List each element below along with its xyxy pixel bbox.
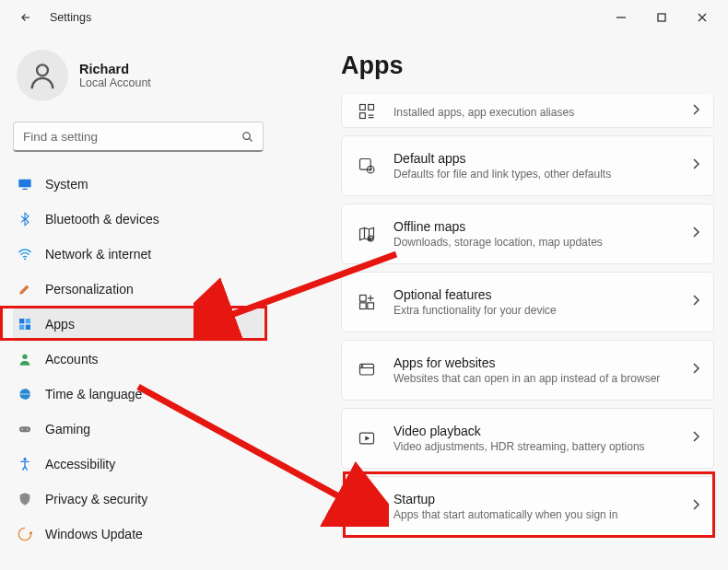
sidebar-item-label: System [45, 177, 88, 192]
card-sub: Defaults for file and link types, other … [393, 168, 691, 180]
back-button[interactable] [13, 5, 39, 30]
svg-rect-37 [360, 500, 372, 510]
svg-rect-11 [26, 319, 30, 323]
svg-point-14 [22, 355, 27, 359]
svg-rect-29 [368, 303, 374, 309]
svg-rect-10 [19, 319, 24, 323]
svg-point-9 [24, 258, 26, 260]
card-offline-maps[interactable]: Offline maps Downloads, storage location… [341, 204, 714, 264]
card-sub: Downloads, storage location, map updates [393, 236, 691, 249]
card-title: Video playback [393, 424, 691, 438]
display-icon [17, 176, 33, 192]
minimize-button[interactable] [601, 4, 641, 31]
svg-rect-25 [360, 159, 371, 170]
card-video-playback[interactable]: Video playback Video adjustments, HDR st… [341, 408, 714, 469]
sidebar-item-accounts[interactable]: Accounts [13, 342, 264, 377]
chevron-right-icon [691, 498, 700, 515]
sidebar-item-network[interactable]: Network & internet [13, 237, 264, 272]
map-icon [355, 225, 379, 243]
person-icon [17, 351, 33, 367]
svg-rect-21 [369, 104, 374, 110]
svg-point-17 [22, 429, 23, 430]
svg-rect-20 [360, 104, 366, 110]
sidebar-item-privacy[interactable]: Privacy & security [13, 482, 264, 517]
svg-rect-12 [19, 325, 24, 330]
card-title: Startup [393, 492, 691, 506]
sidebar-item-update[interactable]: Windows Update [13, 517, 264, 552]
card-title: Apps for websites [393, 355, 691, 370]
bluetooth-icon [17, 211, 33, 227]
avatar [17, 50, 68, 101]
sidebar-item-label: Accounts [45, 352, 99, 366]
svg-point-4 [37, 64, 48, 76]
sidebar-item-time[interactable]: Time & language [13, 377, 264, 412]
wifi-icon [17, 246, 33, 262]
sidebar-item-bluetooth[interactable]: Bluetooth & devices [13, 202, 264, 237]
svg-point-35 [361, 366, 362, 366]
account-profile[interactable]: Richard Local Account [13, 44, 264, 116]
close-button[interactable] [682, 4, 722, 31]
chevron-right-icon [691, 430, 700, 447]
card-startup[interactable]: Startup Apps that start automatically wh… [341, 476, 714, 537]
optional-features-icon [355, 293, 379, 311]
search-icon[interactable] [238, 127, 256, 145]
card-sub: Websites that can open in an app instead… [393, 372, 691, 385]
svg-rect-28 [360, 296, 367, 302]
startup-icon [355, 497, 379, 516]
sidebar-item-apps[interactable]: Apps [13, 307, 264, 342]
titlebar: Settings [0, 0, 728, 35]
update-icon [17, 526, 33, 542]
card-sub: Installed apps, app execution aliases [393, 106, 691, 119]
maximize-button[interactable] [641, 4, 682, 31]
card-sub: Apps that start automatically when you s… [393, 508, 691, 521]
svg-rect-8 [22, 189, 27, 190]
settings-card-list: Installed apps, app execution aliases De… [341, 95, 714, 537]
search-box[interactable] [13, 122, 264, 152]
sidebar-item-label: Personalization [45, 282, 134, 297]
svg-rect-7 [18, 180, 30, 188]
svg-rect-1 [658, 14, 665, 21]
sidebar-item-label: Accessibility [45, 457, 115, 471]
svg-rect-30 [360, 303, 367, 309]
card-apps-for-websites[interactable]: Apps for websites Websites that can open… [341, 340, 714, 401]
svg-point-19 [23, 458, 26, 460]
sidebar-nav: System Bluetooth & devices Network & int… [13, 167, 264, 552]
chevron-right-icon [691, 103, 700, 120]
website-app-icon [355, 361, 379, 379]
card-default-apps[interactable]: Default apps Defaults for file and link … [341, 135, 714, 196]
sidebar-item-label: Network & internet [45, 247, 151, 262]
sidebar-item-system[interactable]: System [13, 167, 264, 202]
sidebar-item-label: Apps [45, 317, 75, 332]
svg-rect-16 [19, 426, 30, 432]
sidebar-item-label: Bluetooth & devices [45, 212, 159, 227]
sidebar-item-personalization[interactable]: Personalization [13, 272, 264, 307]
page-title: Apps [341, 52, 714, 80]
svg-point-5 [242, 132, 250, 139]
apps-icon [17, 316, 33, 332]
globe-clock-icon [17, 386, 33, 402]
card-title: Default apps [393, 151, 691, 166]
card-sub: Extra functionality for your device [393, 304, 691, 317]
svg-rect-22 [360, 112, 366, 118]
profile-sub: Local Account [79, 76, 151, 89]
sidebar-item-gaming[interactable]: Gaming [13, 412, 264, 447]
chevron-right-icon [691, 157, 700, 174]
sidebar-item-accessibility[interactable]: Accessibility [13, 447, 264, 482]
chevron-right-icon [691, 294, 700, 310]
svg-point-18 [27, 429, 28, 430]
search-input[interactable] [13, 122, 264, 152]
window-controls [601, 4, 722, 31]
chevron-right-icon [691, 362, 700, 378]
svg-line-6 [249, 138, 252, 141]
card-installed-apps[interactable]: Installed apps, app execution aliases [341, 95, 714, 128]
sidebar-item-label: Windows Update [45, 527, 143, 541]
video-icon [355, 429, 379, 448]
card-title: Offline maps [393, 219, 691, 234]
gamepad-icon [17, 421, 33, 437]
sidebar-item-label: Gaming [45, 422, 90, 436]
window-title: Settings [50, 11, 91, 24]
card-optional-features[interactable]: Optional features Extra functionality fo… [341, 272, 714, 332]
sidebar-item-label: Time & language [45, 387, 142, 401]
profile-name: Richard [79, 62, 151, 76]
card-sub: Video adjustments, HDR streaming, batter… [393, 440, 691, 453]
